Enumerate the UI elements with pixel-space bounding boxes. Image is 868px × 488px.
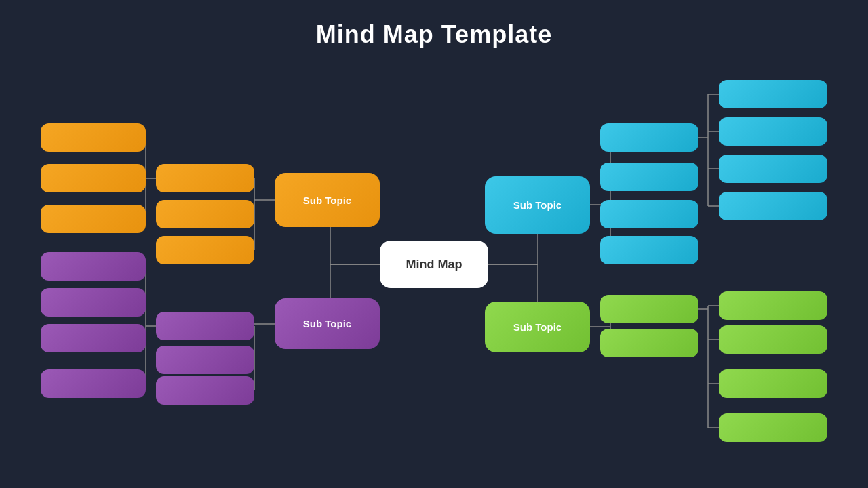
- blue-right-3[interactable]: [719, 155, 827, 183]
- orange-mid-1[interactable]: [156, 164, 254, 192]
- green-right-1[interactable]: [719, 291, 827, 320]
- green-mid-2[interactable]: [600, 329, 698, 357]
- green-subtopic[interactable]: Sub Topic: [485, 302, 590, 352]
- blue-mid-1[interactable]: [600, 123, 698, 152]
- green-right-4[interactable]: [719, 413, 827, 442]
- orange-left-3[interactable]: [41, 205, 146, 233]
- purple-left-1[interactable]: [41, 252, 146, 281]
- purple-subtopic-label: Sub Topic: [303, 318, 351, 329]
- mind-map-container: Mind Map Template: [0, 0, 868, 488]
- blue-right-4[interactable]: [719, 192, 827, 220]
- orange-subtopic[interactable]: Sub Topic: [275, 173, 380, 227]
- purple-mid-3[interactable]: [156, 376, 254, 405]
- blue-mid-3[interactable]: [600, 200, 698, 228]
- blue-right-1[interactable]: [719, 80, 827, 108]
- purple-left-4[interactable]: [41, 369, 146, 398]
- page-title: Mind Map Template: [0, 0, 868, 49]
- green-right-3[interactable]: [719, 369, 827, 398]
- orange-mid-2[interactable]: [156, 200, 254, 228]
- blue-subtopic-label: Sub Topic: [513, 199, 561, 211]
- orange-left-2[interactable]: [41, 164, 146, 192]
- orange-left-1[interactable]: [41, 123, 146, 152]
- purple-subtopic[interactable]: Sub Topic: [275, 298, 380, 349]
- orange-mid-3[interactable]: [156, 236, 254, 264]
- purple-left-3[interactable]: [41, 324, 146, 352]
- center-node-label: Mind Map: [406, 258, 462, 272]
- blue-mid-4[interactable]: [600, 236, 698, 264]
- green-subtopic-label: Sub Topic: [513, 321, 561, 333]
- center-node[interactable]: Mind Map: [380, 241, 488, 288]
- purple-mid-2[interactable]: [156, 346, 254, 374]
- green-mid-1[interactable]: [600, 295, 698, 323]
- purple-mid-1[interactable]: [156, 312, 254, 340]
- purple-left-2[interactable]: [41, 288, 146, 317]
- blue-subtopic[interactable]: Sub Topic: [485, 176, 590, 234]
- blue-right-2[interactable]: [719, 117, 827, 146]
- blue-mid-2[interactable]: [600, 163, 698, 191]
- green-right-2[interactable]: [719, 325, 827, 354]
- orange-subtopic-label: Sub Topic: [303, 195, 351, 206]
